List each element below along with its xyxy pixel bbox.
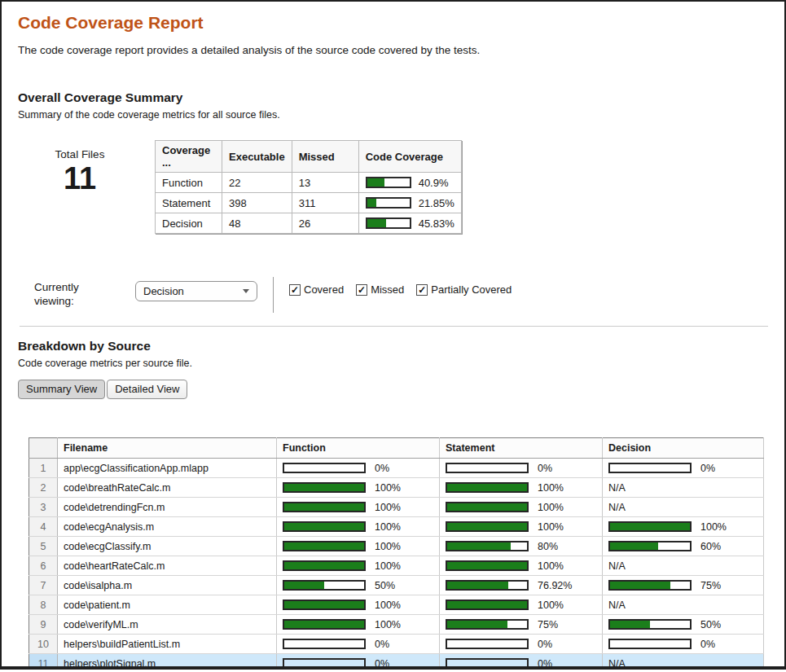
coverage-bar-fill [284, 542, 364, 550]
function-coverage-bar-group: 0% [283, 463, 433, 474]
coverage-bar-fill [610, 621, 650, 628]
total-files-value: 11 [18, 162, 142, 196]
coverage-bar-fill [447, 523, 527, 530]
currently-viewing-label: Currently viewing: [34, 281, 96, 309]
row-number: 11 [29, 654, 58, 670]
coverage-bar [366, 177, 411, 188]
na-value: N/A [608, 482, 626, 494]
coverage-bar [283, 482, 366, 493]
filename-cell: helpers\plotSignal.m [58, 654, 277, 670]
breakdown-column-header: Decision [603, 438, 764, 459]
breakdown-column-header: Filename [58, 438, 277, 459]
breakdown-column-header: Statement [440, 438, 603, 459]
table-row[interactable]: 2code\breathRateCalc.m100%100%N/A [29, 478, 764, 498]
coverage-bar [608, 541, 692, 551]
table-row[interactable]: 9code\verifyML.m100%75%50% [29, 615, 764, 635]
code-coverage-report-page: Code Coverage Report The code coverage r… [0, 0, 786, 670]
table-row[interactable]: 6code\heartRateCalc.m100%100%N/A [29, 556, 764, 576]
coverage-percent: 0% [538, 658, 552, 670]
decision-coverage-cell: N/A [603, 498, 764, 517]
function-coverage-cell: 0% [277, 654, 440, 670]
table-row[interactable]: 7code\isalpha.m50%76.92%75% [29, 576, 764, 595]
coverage-type-dropdown[interactable]: Decision [135, 281, 257, 301]
function-coverage-cell: 100% [277, 478, 440, 498]
checkbox-label: Partially Covered [431, 283, 512, 296]
vertical-divider [273, 277, 274, 313]
filename-cell: app\ecgClassificationApp.mlapp [58, 459, 277, 478]
na-value: N/A [608, 600, 626, 611]
overall-summary-area: Total Files 11 Coverage ...ExecutableMis… [18, 140, 784, 234]
coverage-bar [446, 600, 529, 610]
function-coverage-bar-group: 50% [283, 580, 433, 591]
table-row[interactable]: 8code\patient.m100%100%N/A [29, 595, 764, 615]
function-coverage-bar-group: 100% [283, 541, 433, 552]
section-divider [20, 326, 768, 327]
coverage-bar [283, 521, 366, 532]
summary-coverage-cell: 21.85% [358, 193, 461, 213]
checkbox-covered[interactable]: ✓Covered [289, 283, 344, 296]
table-row[interactable]: 5code\ecgClassify.m100%80%60% [29, 537, 764, 556]
row-number: 4 [29, 517, 58, 537]
summary-column-header: Missed [292, 141, 358, 173]
decision-coverage-cell: N/A [603, 654, 764, 670]
decision-coverage-cell: 60% [603, 537, 764, 556]
table-row[interactable]: 11helpers\plotSignal.m0%0%N/A [29, 654, 764, 670]
coverage-percent: 100% [700, 521, 727, 533]
chevron-down-icon [243, 289, 249, 293]
statement-coverage-cell: 80% [440, 537, 603, 556]
coverage-percent: 100% [375, 619, 401, 630]
coverage-bar [283, 560, 366, 571]
summary-coverage-cell: 45.83% [358, 213, 461, 234]
checkbox-missed[interactable]: ✓Missed [356, 283, 404, 296]
coverage-percent: 60% [700, 541, 721, 552]
coverage-percent: 75% [700, 580, 721, 591]
row-number: 10 [29, 635, 58, 654]
summary-view-button[interactable]: Summary View [18, 380, 105, 399]
coverage-percent: 100% [375, 560, 401, 572]
summary-column-header: Code Coverage [358, 141, 461, 173]
coverage-percent: 45.83% [419, 217, 454, 230]
breakdown-column-header: Function [277, 438, 440, 459]
row-number: 3 [29, 498, 58, 517]
coverage-percent: 100% [375, 541, 401, 552]
row-number: 9 [29, 615, 58, 635]
statement-coverage-bar-group: 100% [446, 521, 596, 533]
coverage-bar [446, 580, 529, 591]
coverage-bar [608, 463, 692, 473]
coverage-percent: 100% [375, 482, 401, 494]
na-value: N/A [608, 502, 626, 513]
coverage-bar [283, 541, 366, 551]
table-row[interactable]: 3code\detrendingFcn.m100%100%N/A [29, 498, 764, 517]
coverage-bar [608, 619, 692, 630]
coverage-bar-fill [447, 542, 511, 550]
coverage-percent: 0% [700, 639, 715, 650]
decision-coverage-bar-group: 100% [608, 521, 757, 533]
coverage-percent: 50% [700, 619, 721, 630]
coverage-percent: 100% [375, 521, 401, 533]
table-row[interactable]: 4code\ecgAnalysis.m100%100%100% [29, 517, 764, 537]
coverage-bar [283, 502, 366, 512]
row-number: 7 [29, 576, 58, 595]
na-value: N/A [608, 658, 626, 670]
summary-coverage-bar-group: 45.83% [366, 217, 454, 230]
coverage-bar-fill [447, 484, 527, 491]
table-row[interactable]: 10helpers\buildPatientList.m0%0%0% [29, 635, 764, 654]
statement-coverage-bar-group: 76.92% [446, 580, 596, 591]
check-icon: ✓ [418, 284, 426, 296]
summary-coverage-bar-group: 40.9% [366, 177, 454, 189]
statement-coverage-cell: 100% [440, 556, 603, 576]
coverage-percent: 100% [375, 502, 401, 513]
checkbox-partially-covered[interactable]: ✓Partially Covered [416, 283, 512, 296]
detailed-view-button[interactable]: Detailed View [107, 380, 187, 399]
statement-coverage-cell: 0% [440, 654, 603, 670]
coverage-bar [283, 463, 366, 473]
function-coverage-bar-group: 100% [283, 502, 433, 513]
coverage-percent: 0% [538, 639, 552, 650]
decision-coverage-cell: 100% [603, 517, 764, 537]
page-description: The code coverage report provides a deta… [18, 44, 784, 56]
decision-coverage-cell: N/A [603, 595, 764, 615]
summary-metric-cell: Statement [156, 193, 222, 213]
table-row[interactable]: 1app\ecgClassificationApp.mlapp0%0%0% [29, 459, 764, 478]
dropdown-selected-value: Decision [143, 285, 184, 297]
decision-coverage-bar-group: 75% [608, 580, 757, 591]
